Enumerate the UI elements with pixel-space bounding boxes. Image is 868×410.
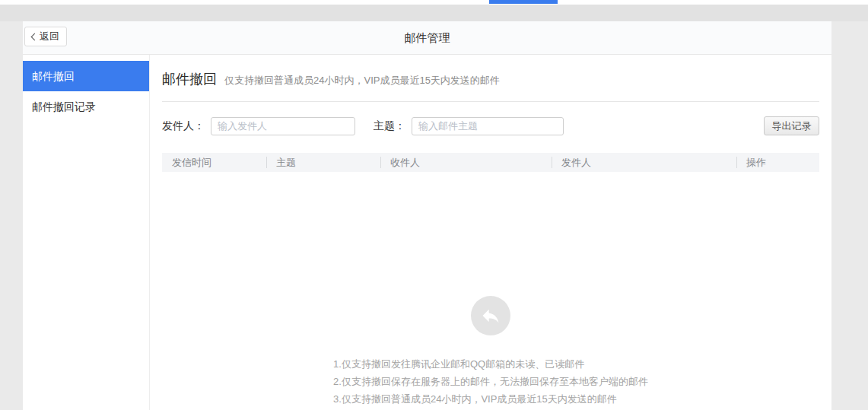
column-header-send-time: 发信时间 (162, 153, 266, 172)
sidebar-item-label: 邮件撤回 (32, 70, 75, 82)
content-area: 邮件撤回 仅支持撤回普通成员24小时内，VIP成员最近15天内发送的邮件 发件人… (150, 55, 831, 410)
page-title: 邮件管理 (23, 21, 831, 55)
column-header-recipient: 收件人 (380, 153, 552, 172)
column-header-action: 操作 (736, 153, 819, 172)
panel-header: 返回 邮件管理 (23, 21, 831, 55)
column-header-sender: 发件人 (552, 153, 736, 172)
subject-label: 主题： (374, 119, 405, 133)
section-title: 邮件撤回 (162, 70, 217, 88)
sidebar: 邮件撤回 邮件撤回记录 (23, 55, 150, 410)
hint-line: 2.仅支持撤回保存在服务器上的邮件，无法撤回保存至本地客户端的邮件 (333, 373, 648, 390)
sender-label: 发件人： (162, 119, 205, 133)
export-records-button[interactable]: 导出记录 (764, 116, 819, 135)
hint-line: 3.仅支持撤回普通成员24小时内，VIP成员最近15天内发送的邮件 (333, 390, 648, 408)
empty-state-hints: 1.仅支持撤回发往腾讯企业邮和QQ邮箱的未读、已读邮件 2.仅支持撤回保存在服务… (333, 355, 648, 408)
empty-state: 1.仅支持撤回发往腾讯企业邮和QQ邮箱的未读、已读邮件 2.仅支持撤回保存在服务… (162, 172, 819, 408)
sender-input[interactable] (211, 117, 355, 135)
panel-body: 邮件撤回 邮件撤回记录 邮件撤回 仅支持撤回普通成员24小时内，VIP成员最近1… (23, 55, 831, 410)
section-title-row: 邮件撤回 仅支持撤回普通成员24小时内，VIP成员最近15天内发送的邮件 (162, 70, 819, 88)
filter-row: 发件人： 主题： 导出记录 (162, 116, 819, 135)
top-strip (0, 5, 868, 21)
hint-line: 1.仅支持撤回发往腾讯企业邮和QQ邮箱的未读、已读邮件 (333, 355, 648, 373)
table-header: 发信时间 主题 收件人 发件人 操作 (162, 153, 819, 172)
sidebar-item-label: 邮件撤回记录 (32, 100, 96, 113)
sidebar-item-mail-recall-records[interactable]: 邮件撤回记录 (23, 91, 149, 122)
column-header-subject: 主题 (266, 153, 380, 172)
section-subtitle: 仅支持撤回普通成员24小时内，VIP成员最近15天内发送的邮件 (224, 74, 500, 87)
recall-arrow-icon (471, 296, 510, 335)
section-divider (162, 101, 819, 102)
active-tab-indicator (489, 0, 558, 4)
mail-management-panel: 返回 邮件管理 邮件撤回 邮件撤回记录 邮件撤回 仅支持撤回普通成员24小时内，… (23, 21, 831, 410)
subject-input[interactable] (412, 117, 564, 135)
sidebar-item-mail-recall[interactable]: 邮件撤回 (23, 61, 149, 91)
